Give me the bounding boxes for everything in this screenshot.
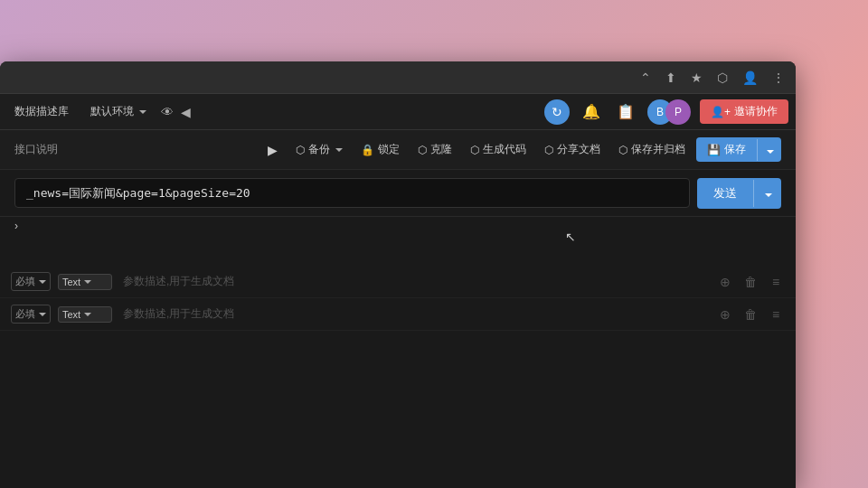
save-archive-button[interactable]: ⬡ 保存并归档	[611, 138, 693, 161]
avatar-user2[interactable]: P	[665, 99, 691, 125]
share-doc-button[interactable]: ⬡ 分享文档	[537, 138, 608, 161]
param-row: 必填 Text 参数描述,用于生成文档 ⊕ 🗑 ≡	[0, 266, 796, 298]
save-dropdown-button[interactable]	[757, 139, 781, 161]
action-toolbar: 接口说明 ▶ ⬡ 备份 🔒 锁定 ⬡ 克隆 ⬡ 生成代码 ⬡ 分享文档 ⬡ 保存…	[0, 130, 796, 170]
required-chevron-icon-1	[39, 280, 46, 284]
generate-code-button[interactable]: ⬡ 生成代码	[463, 138, 533, 161]
backup-chevron-icon	[335, 148, 343, 152]
param-delete-icon-2[interactable]: 🗑	[741, 305, 760, 324]
mouse-cursor-icon: ↖	[565, 230, 576, 244]
browser-window: ⌃ ⬆ ★ ⬡ 👤 ⋮ 数据描述库 默认环境 👁 ◀ ↻ 🔔 📋 B	[0, 61, 796, 488]
type-chevron-icon-2	[84, 313, 91, 316]
send-main-button[interactable]: 发送	[697, 178, 753, 209]
db-nav-item[interactable]: 数据描述库	[7, 100, 76, 123]
save-main-button[interactable]: 💾 保存	[696, 137, 757, 162]
param-menu-icon-2[interactable]: ≡	[767, 305, 785, 324]
send-dropdown-button[interactable]	[753, 180, 781, 207]
url-input[interactable]	[14, 178, 690, 208]
backup-button[interactable]: ⬡ 备份	[288, 138, 350, 161]
lock-button[interactable]: 🔒 锁定	[354, 138, 407, 161]
param-row: 必填 Text 参数描述,用于生成文档 ⊕ 🗑 ≡	[0, 298, 796, 331]
archive-icon: ⬡	[618, 144, 627, 156]
clone-button[interactable]: ⬡ 克隆	[410, 138, 459, 161]
param-menu-icon-1[interactable]: ≡	[767, 273, 785, 291]
type-chevron-icon-1	[84, 280, 91, 284]
url-area: 发送	[0, 170, 796, 217]
share-icon: ⬡	[544, 144, 553, 156]
interface-desc-label: 接口说明	[14, 142, 58, 157]
app-toolbar: 数据描述库 默认环境 👁 ◀ ↻ 🔔 📋 B P 👤+	[0, 94, 796, 130]
param-delete-icon-1[interactable]: 🗑	[741, 273, 760, 291]
param-desc-1: 参数描述,用于生成文档	[119, 274, 709, 289]
required-badge-2[interactable]: 必填	[11, 305, 51, 324]
lock-icon: 🔒	[361, 144, 374, 156]
sync-icon: ↻	[552, 105, 562, 119]
clone-icon: ⬡	[418, 144, 427, 156]
toolbar-right: ↻ 🔔 📋 B P 👤+ 邀请协作	[544, 99, 788, 125]
param-icons-2: ⊕ 🗑 ≡	[716, 305, 785, 324]
param-add-icon-2[interactable]: ⊕	[716, 305, 734, 324]
bell-icon[interactable]: 🔔	[579, 99, 604, 125]
person-plus-icon: 👤+	[711, 106, 731, 118]
sync-button[interactable]: ↻	[544, 99, 570, 125]
invite-button[interactable]: 👤+ 邀请协作	[700, 99, 788, 124]
param-desc-2: 参数描述,用于生成文档	[119, 306, 709, 322]
db-label: 数据描述库	[14, 104, 69, 119]
save-chevron-icon	[767, 150, 774, 154]
type-select-2[interactable]: Text	[58, 306, 112, 323]
browser-topbar: ⌃ ⬆ ★ ⬡ 👤 ⋮	[0, 61, 796, 94]
share-icon[interactable]: ⬆	[665, 70, 676, 85]
env-chevron-icon	[139, 110, 146, 114]
save-icon: 💾	[707, 144, 721, 156]
send-button-group: 发送	[697, 178, 781, 209]
minimize-btn[interactable]: ⌃	[640, 70, 651, 85]
code-icon: ⬡	[470, 144, 479, 156]
param-add-icon-1[interactable]: ⊕	[716, 273, 734, 291]
bookmark-icon[interactable]: ★	[691, 70, 703, 85]
required-badge-1[interactable]: 必填	[11, 272, 51, 291]
type-select-1[interactable]: Text	[58, 274, 112, 290]
profile-icon[interactable]: 👤	[742, 70, 758, 85]
back-icon[interactable]: ◀	[181, 105, 191, 119]
cursor-area: › ↖	[0, 217, 796, 262]
doc-icon[interactable]: 📋	[613, 99, 638, 125]
param-icons-1: ⊕ 🗑 ≡	[716, 273, 785, 291]
eye-icon[interactable]: 👁	[161, 105, 174, 119]
save-button-group: 💾 保存	[696, 137, 781, 162]
cursor-position: ›	[0, 212, 33, 239]
play-icon: ▶	[268, 143, 278, 157]
chevron-up-icon: ⌃	[640, 70, 651, 85]
required-chevron-icon-2	[39, 313, 46, 316]
send-chevron-icon	[765, 193, 772, 197]
env-nav-item[interactable]: 默认环境	[83, 100, 154, 123]
env-label: 默认环境	[90, 104, 134, 119]
play-button[interactable]: ▶	[260, 139, 285, 161]
backup-icon: ⬡	[296, 144, 305, 156]
more-icon[interactable]: ⋮	[772, 70, 785, 85]
puzzle-icon[interactable]: ⬡	[717, 70, 728, 85]
params-area: 必填 Text 参数描述,用于生成文档 ⊕ 🗑 ≡ 必填 Text	[0, 262, 796, 334]
